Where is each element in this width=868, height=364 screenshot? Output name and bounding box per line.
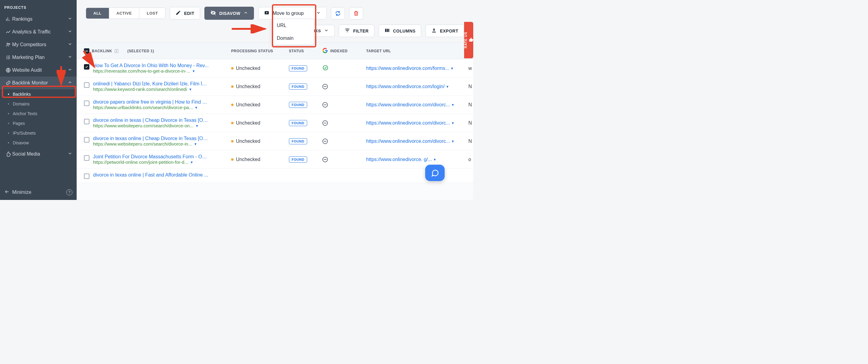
export-button[interactable]: EXPORT xyxy=(426,25,464,37)
chevron-down-icon[interactable]: ▼ xyxy=(446,85,449,89)
columns-button[interactable]: COLUMNS xyxy=(379,25,421,37)
backlink-url[interactable]: https://petworld-online.com/joint-petiti… xyxy=(93,160,188,165)
chevron-down-icon[interactable]: ▼ xyxy=(451,139,455,143)
target-url-link[interactable]: https://www.onlinedivorce.com/divorc... xyxy=(366,138,450,144)
segment-lost[interactable]: LOST xyxy=(139,8,165,19)
row-checkbox[interactable] xyxy=(84,101,89,106)
sidebar-item-rankings[interactable]: Rankings xyxy=(0,13,76,26)
chevron-down-icon xyxy=(67,42,72,48)
chat-widget[interactable] xyxy=(425,165,445,181)
rate-us-tab[interactable]: RATE US xyxy=(464,22,473,58)
status-dot xyxy=(231,122,234,124)
chevron-down-icon[interactable]: ▼ xyxy=(195,106,198,109)
chevron-down-icon[interactable]: ▼ xyxy=(451,67,454,70)
chevron-down-icon[interactable]: ▼ xyxy=(189,88,192,91)
refresh-button[interactable] xyxy=(331,7,345,20)
backlink-title[interactable]: divorce in texas online | Cheap Divorce … xyxy=(93,136,209,141)
chevron-down-icon[interactable]: ▼ xyxy=(190,160,193,164)
sidebar-sub-ips-subnets[interactable]: IPs/Subnets xyxy=(0,128,76,138)
header-selected-count: (SELECTED 1) xyxy=(127,49,154,53)
sidebar-sub-anchor-texts[interactable]: Anchor Texts xyxy=(0,109,76,119)
sidebar-item-analytics[interactable]: Analytics & Traffic xyxy=(0,26,76,38)
move-to-group-button[interactable]: Move to group xyxy=(258,7,326,20)
sidebar-item-label: Rankings xyxy=(12,16,33,22)
upload-icon xyxy=(431,28,437,34)
table-body: How To Get A Divorce In Ohio With No Mon… xyxy=(76,59,473,183)
chevron-down-icon[interactable]: ▼ xyxy=(192,69,195,73)
info-icon[interactable]: i xyxy=(115,49,118,53)
chevron-down-icon[interactable]: ▼ xyxy=(194,142,197,146)
sidebar-item-social-media[interactable]: Social Media xyxy=(0,148,76,160)
backlink-title[interactable]: divorce in texas online | Fast and Affor… xyxy=(93,172,209,178)
table-row: Joint Petition For Divorce Massachusetts… xyxy=(76,151,473,169)
filter-button[interactable]: FILTER xyxy=(339,25,374,37)
columns-icon xyxy=(384,28,390,34)
export-label: EXPORT xyxy=(440,29,458,33)
table-row: onlinedi | Yabancı Dizi İzle, Kore Dizil… xyxy=(76,77,473,96)
backlink-title[interactable]: onlinedi | Yabancı Dizi İzle, Kore Dizil… xyxy=(93,81,209,87)
disavow-option-url[interactable]: URL xyxy=(272,19,314,32)
analytics-icon xyxy=(4,29,12,35)
columns-label: COLUMNS xyxy=(393,29,415,33)
chevron-down-icon xyxy=(67,29,72,35)
chevron-down-icon[interactable]: ▼ xyxy=(433,158,436,161)
sidebar-sub-backlinks[interactable]: Backlinks xyxy=(0,89,76,99)
disavow-option-domain[interactable]: Domain xyxy=(272,32,314,45)
status-dot xyxy=(231,104,234,106)
row-tail: w xyxy=(464,59,473,77)
chevron-down-icon[interactable]: ▼ xyxy=(451,121,455,125)
status-badge: FOUND xyxy=(289,102,307,108)
status-badge: FOUND xyxy=(289,84,307,90)
sidebar-item-label: Marketing Plan xyxy=(12,55,45,60)
edit-button[interactable]: EDIT xyxy=(170,7,200,20)
target-url-link[interactable]: https://www.onlinedivorce.com/divorc... xyxy=(366,120,450,126)
backlink-url[interactable]: https://reverasite.com/how-to-get-a-divo… xyxy=(93,68,190,73)
svg-rect-6 xyxy=(389,29,389,32)
backlink-url[interactable]: https://www.websiteperu.com/search/divor… xyxy=(93,123,193,128)
delete-button[interactable] xyxy=(349,7,363,20)
sidebar-item-label: Backlink Monitor xyxy=(12,80,48,86)
backlink-title[interactable]: How To Get A Divorce In Ohio With No Mon… xyxy=(93,63,209,68)
segment-active[interactable]: ACTIVE xyxy=(109,8,140,19)
folder-plus-icon xyxy=(264,10,270,16)
filter-segment: ALL ACTIVE LOST xyxy=(86,8,165,19)
svg-rect-4 xyxy=(385,29,386,32)
rate-us-label: RATE US xyxy=(464,32,467,48)
sidebar-title: PROJECTS xyxy=(0,0,76,13)
sidebar-sub-domains[interactable]: Domains xyxy=(0,99,76,109)
row-checkbox[interactable] xyxy=(84,173,89,179)
row-checkbox[interactable] xyxy=(84,155,89,161)
sidebar-item-label: Analytics & Traffic xyxy=(12,29,51,35)
backlink-url[interactable]: https://www.urlbacklinks.com/search/divo… xyxy=(93,105,193,110)
table-row: divorce in texas online | Fast and Affor… xyxy=(76,169,473,183)
backlink-url[interactable]: https://www.keyword-rank.com/search/onli… xyxy=(93,87,187,92)
backlink-title[interactable]: divorce papers online free in virginia |… xyxy=(93,99,209,105)
chevron-down-icon[interactable]: ▼ xyxy=(451,103,455,107)
table-row: divorce online in texas | Cheap Divorce … xyxy=(76,114,473,132)
backlink-title[interactable]: divorce online in texas | Cheap Divorce … xyxy=(93,118,209,123)
backlink-url[interactable]: https://www.websiteperu.com/search/divor… xyxy=(93,141,192,146)
chevron-down-icon[interactable]: ▼ xyxy=(195,124,198,128)
help-icon[interactable]: ? xyxy=(66,189,72,195)
filter-icon xyxy=(345,28,350,34)
sidebar-item-marketing-plan[interactable]: Marketing Plan xyxy=(0,51,76,64)
sidebar-item-competitors[interactable]: My Competitors xyxy=(0,38,76,51)
disavow-button[interactable]: DISAVOW xyxy=(205,7,254,20)
sidebar-sub-pages[interactable]: Pages xyxy=(0,119,76,128)
svg-rect-5 xyxy=(387,29,388,32)
sidebar-minimize[interactable]: Minimize ? xyxy=(0,185,76,200)
row-checkbox[interactable] xyxy=(84,137,89,142)
arrow-left-icon xyxy=(4,189,12,196)
filter-label: FILTER xyxy=(353,29,369,33)
row-tail: N xyxy=(464,77,473,95)
target-url-link[interactable]: https://www.onlinedivorce.com/forms... xyxy=(366,66,449,71)
target-url-link[interactable]: https://www.onlinedivorce. g/... xyxy=(366,157,432,162)
row-checkbox[interactable] xyxy=(84,82,89,88)
target-url-link[interactable]: https://www.onlinedivorce.com/divorc... xyxy=(366,102,450,107)
segment-all[interactable]: ALL xyxy=(86,8,109,19)
row-checkbox[interactable] xyxy=(84,119,89,124)
backlink-title[interactable]: Joint Petition For Divorce Massachusetts… xyxy=(93,154,209,160)
sidebar-sub-disavow[interactable]: Disavow xyxy=(0,138,76,148)
status-badge: FOUND xyxy=(289,65,307,71)
target-url-link[interactable]: https://www.onlinedivorce.com/login/ xyxy=(366,84,445,89)
